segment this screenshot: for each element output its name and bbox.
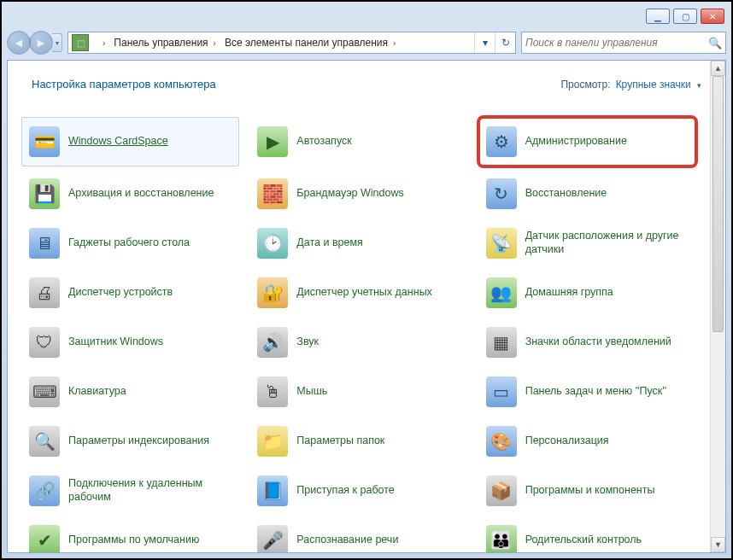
breadcrumb-root-chevron[interactable]: › (92, 32, 108, 53)
titlebar: ▁ ▢ ✕ (7, 7, 726, 29)
control-panel-item-label: Защитник Windows (68, 335, 163, 349)
scroll-up-button[interactable]: ▲ (711, 61, 725, 76)
search-icon: 🔍 (708, 37, 722, 50)
control-panel-item[interactable]: 🖨Диспетчер устройств (21, 271, 239, 315)
control-panel-item[interactable]: 🔊Звук (249, 320, 467, 365)
control-panel-item[interactable]: 📘Приступая к работе (249, 469, 467, 513)
address-bar-tools: ▾ ↻ (474, 32, 515, 53)
nav-row: ◄ ► ▾ ⬚ › Панель управления › Все элемен… (7, 29, 726, 56)
control-panel-item[interactable]: ⚙Администрирование (478, 117, 696, 166)
control-panel-item-label: Параметры папок (296, 435, 384, 448)
control-panel-item-label: Администрирование (525, 135, 627, 149)
control-panel-item[interactable]: 📁Параметры папок (249, 419, 467, 464)
control-panel-item-icon: 📡 (486, 228, 517, 259)
control-panel-item-label: Мышь (296, 385, 327, 399)
control-panel-item-label: Параметры индексирования (68, 435, 209, 448)
control-panel-item-label: Подключения к удаленным рабочим (68, 477, 232, 504)
control-panel-item-icon: 🧱 (257, 178, 288, 209)
minimize-button[interactable]: ▁ (646, 9, 670, 24)
nav-back-forward: ◄ ► ▾ (7, 31, 62, 55)
control-panel-item-icon: 📘 (257, 475, 288, 506)
control-panel-item-label: Программы по умолчанию (68, 534, 199, 547)
control-panel-item-icon: 🎨 (486, 426, 517, 457)
forward-button[interactable]: ► (29, 31, 53, 55)
control-panel-item-label: Windows CardSpace (68, 135, 168, 149)
control-panel-item[interactable]: 🔍Параметры индексирования (21, 419, 239, 464)
chevron-right-icon: › (393, 38, 396, 48)
control-panel-item-icon: 🎤 (257, 525, 288, 552)
breadcrumb-label: Панель управления (114, 37, 208, 49)
control-panel-item-label: Панель задач и меню ''Пуск'' (525, 385, 666, 399)
control-panel-item[interactable]: 🧱Брандмауэр Windows (249, 172, 467, 216)
control-panel-item-label: Автозапуск (296, 135, 351, 149)
control-panel-item-icon: ↻ (486, 178, 517, 209)
control-panel-item[interactable]: ▦Значки области уведомлений (478, 320, 696, 365)
chevron-down-icon: ▾ (697, 81, 701, 90)
address-bar[interactable]: ⬚ › Панель управления › Все элементы пан… (67, 32, 516, 54)
scroll-thumb[interactable] (712, 76, 724, 332)
control-panel-item-icon: 🕑 (257, 228, 288, 259)
window-frame: ▁ ▢ ✕ ◄ ► ▾ ⬚ › Панель управления › Все … (2, 2, 731, 558)
control-panel-item-label: Клавиатура (68, 385, 126, 399)
control-panel-item[interactable]: 🎤Распознавание речи (249, 518, 467, 552)
search-box[interactable]: 🔍 (521, 32, 726, 54)
control-panel-item-label: Датчик расположения и другие датчики (525, 230, 689, 256)
control-panel-item-icon: 💾 (29, 178, 60, 209)
control-panel-item[interactable]: ↻Восстановление (478, 172, 696, 216)
view-mode-dropdown[interactable]: Крупные значки ▾ (616, 79, 701, 90)
content-area: Настройка параметров компьютера Просмотр… (7, 60, 726, 553)
control-panel-item[interactable]: 🔗Подключения к удаленным рабочим (21, 469, 239, 513)
close-button[interactable]: ✕ (701, 9, 724, 24)
breadcrumb-item[interactable]: Панель управления › (108, 32, 220, 53)
control-panel-item-label: Диспетчер устройств (68, 286, 173, 300)
control-panel-item-label: Звук (296, 335, 319, 349)
control-panel-item-icon: ▶ (257, 126, 288, 157)
control-panel-item-label: Гаджеты рабочего стола (68, 236, 190, 250)
view-label: Просмотр: (560, 79, 610, 90)
control-panel-item[interactable]: 👪Родительский контроль (478, 518, 696, 552)
control-panel-item-icon: 🛡 (29, 327, 60, 358)
scroll-track[interactable] (711, 76, 725, 537)
control-panel-item[interactable]: 💳Windows CardSpace (21, 117, 239, 166)
control-panel-item-icon: 🖨 (29, 277, 60, 308)
nav-history-dropdown[interactable]: ▾ (52, 33, 62, 52)
control-panel-item[interactable]: ⌨Клавиатура (21, 370, 239, 414)
breadcrumb-item[interactable]: Все элементы панели управления › (220, 32, 399, 53)
control-panel-item[interactable]: 👥Домашняя группа (478, 271, 696, 315)
control-panel-item[interactable]: ✔Программы по умолчанию (21, 518, 239, 552)
control-panel-item[interactable]: ▭Панель задач и меню ''Пуск'' (478, 370, 696, 414)
control-panel-item-icon: 🔍 (29, 426, 60, 457)
address-dropdown-button[interactable]: ▾ (474, 32, 495, 53)
back-button[interactable]: ◄ (7, 31, 31, 55)
search-input[interactable] (525, 37, 708, 49)
control-panel-item[interactable]: 🛡Защитник Windows (21, 320, 239, 365)
control-panel-item-icon: 📦 (486, 475, 517, 506)
scroll-down-button[interactable]: ▼ (711, 537, 725, 552)
control-panel-item-icon: 🔊 (257, 327, 288, 358)
page-title: Настройка параметров компьютера (32, 78, 216, 90)
refresh-button[interactable]: ↻ (495, 32, 515, 53)
vertical-scrollbar[interactable]: ▲ ▼ (710, 61, 725, 552)
items-viewport: 💳Windows CardSpace▶Автозапуск⚙Администри… (8, 108, 710, 552)
control-panel-item[interactable]: 🔐Диспетчер учетных данных (249, 271, 467, 315)
control-panel-item-icon: 👥 (486, 277, 517, 308)
maximize-button[interactable]: ▢ (673, 9, 697, 24)
control-panel-item-icon: 🔗 (29, 475, 60, 506)
control-panel-item-icon: 📁 (257, 426, 288, 457)
control-panel-item-icon: ✔ (29, 525, 60, 552)
control-panel-item[interactable]: 🖥Гаджеты рабочего стола (21, 221, 239, 265)
control-panel-item[interactable]: 📦Программы и компоненты (478, 469, 696, 513)
control-panel-item[interactable]: 🖱Мышь (249, 370, 467, 414)
control-panel-item[interactable]: 🎨Персонализация (478, 419, 696, 464)
control-panel-item-icon: 🖱 (257, 376, 288, 407)
control-panel-item[interactable]: ▶Автозапуск (249, 117, 467, 166)
control-panel-item[interactable]: 🕑Дата и время (249, 221, 467, 265)
breadcrumb-label: Все элементы панели управления (225, 37, 388, 49)
control-panel-item-label: Родительский контроль (525, 534, 642, 547)
control-panel-item[interactable]: 📡Датчик расположения и другие датчики (478, 221, 696, 265)
header-row: Настройка параметров компьютера Просмотр… (8, 61, 725, 99)
control-panel-item-icon: 👪 (486, 525, 517, 552)
control-panel-item[interactable]: 💾Архивация и восстановление (21, 172, 239, 216)
control-panel-item-icon: ⚙ (486, 126, 517, 157)
control-panel-item-label: Распознавание речи (296, 534, 398, 547)
